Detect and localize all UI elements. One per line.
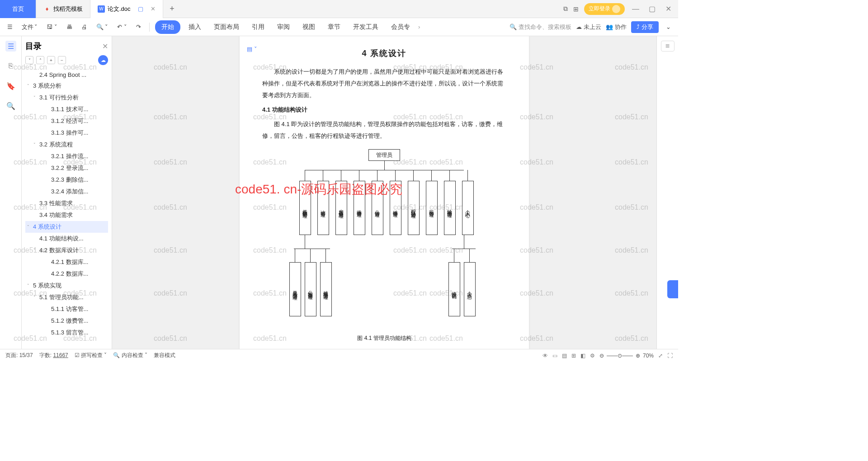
- toc-item[interactable]: ˅3 系统分析: [25, 80, 108, 92]
- new-tab-button[interactable]: +: [163, 4, 181, 14]
- page-options-icon[interactable]: ▤ ˅: [247, 43, 257, 55]
- sync-icon[interactable]: ☁: [98, 55, 108, 65]
- toc-item[interactable]: ˅4 系统设计: [25, 221, 108, 233]
- menu-member[interactable]: 会员专: [387, 20, 415, 34]
- tab-home[interactable]: 首页: [0, 0, 36, 18]
- diagram-node: 维修管理: [390, 181, 401, 235]
- view-mode-3-icon[interactable]: ⊞: [571, 353, 576, 359]
- share-icon: ⤴: [637, 24, 640, 30]
- diagram-node: 维修类型管理: [320, 262, 332, 316]
- save-button[interactable]: 🖫 ˅: [44, 22, 60, 32]
- zoom-level[interactable]: 70%: [643, 353, 654, 359]
- content-check-toggle[interactable]: 🔍 内容检查 ˅: [113, 352, 147, 359]
- main: ☰ ⎘ 🔖 🔍 目录 ✕ ˅ ˄ + − ☁ 2.4 Spring Boot .…: [0, 36, 678, 349]
- toc-item[interactable]: 4.2.1 数据库...: [25, 256, 108, 268]
- menu-insert[interactable]: 插入: [184, 20, 206, 34]
- remove-button[interactable]: −: [58, 56, 66, 64]
- preview-button[interactable]: 🔍 ˅: [94, 22, 111, 32]
- toc-item[interactable]: 3.2.3 删除信...: [25, 174, 108, 186]
- right-pane-toggle[interactable]: ≡: [661, 41, 675, 52]
- close-icon[interactable]: ✕: [151, 5, 156, 12]
- menu-review[interactable]: 审阅: [273, 20, 294, 34]
- toc-item[interactable]: 5.1.1 访客管...: [25, 303, 108, 315]
- float-side-button[interactable]: [667, 280, 678, 298]
- menu-references[interactable]: 引用: [247, 20, 269, 34]
- toc-item[interactable]: 5.1.2 缴费管...: [25, 315, 108, 327]
- read-mode-icon[interactable]: 👁: [542, 353, 548, 359]
- close-window-button[interactable]: ✕: [663, 5, 674, 13]
- menu-layout[interactable]: 页面布局: [209, 20, 244, 34]
- collapse-all-button[interactable]: ˅: [25, 56, 33, 64]
- toc-item[interactable]: 4.2.2 数据库...: [25, 268, 108, 280]
- toc-item[interactable]: 3.2.1 操作流...: [25, 151, 108, 162]
- view-mode-2-icon[interactable]: ▤: [562, 353, 567, 359]
- tab-label: 论文.doc: [108, 5, 131, 13]
- chevron-right-icon[interactable]: ›: [418, 24, 420, 30]
- cloud-status[interactable]: ☁ 未上云: [576, 23, 601, 31]
- add-button[interactable]: +: [47, 56, 55, 64]
- apps-icon[interactable]: ⊞: [573, 5, 579, 13]
- toc-item[interactable]: ˅3.2 系统流程: [25, 139, 108, 151]
- expand-all-button[interactable]: ˄: [36, 56, 44, 64]
- outline-title: 目录: [25, 41, 42, 52]
- menu-start[interactable]: 开始: [155, 20, 180, 34]
- toc-item[interactable]: ˅5 系统实现: [25, 280, 108, 292]
- menu-sections[interactable]: 章节: [323, 20, 345, 34]
- share-button[interactable]: ⤴ 分享: [631, 21, 659, 33]
- toc-item[interactable]: 3.2.4 添加信...: [25, 186, 108, 198]
- toc-item[interactable]: ˅3.1 可行性分析: [25, 92, 108, 103]
- menu-view[interactable]: 视图: [298, 20, 320, 34]
- toc-item[interactable]: 4.1 功能结构设...: [25, 233, 108, 245]
- page-indicator[interactable]: 页面: 15/37: [5, 352, 33, 359]
- print-preview-button[interactable]: 🖶: [64, 22, 75, 32]
- outline-icon[interactable]: ☰: [5, 41, 16, 52]
- toc-item[interactable]: 3.2.2 登录流...: [25, 162, 108, 174]
- toc-item[interactable]: 3.1.1 技术可...: [25, 103, 108, 115]
- tab-templates[interactable]: ♦ 找稻壳模板: [36, 0, 90, 18]
- toc-item[interactable]: 3.3 性能需求: [25, 198, 108, 209]
- cast-icon[interactable]: ▢: [138, 5, 143, 12]
- print-button[interactable]: 🖨: [79, 22, 90, 32]
- diagram-node: 房客信息管理: [335, 181, 347, 235]
- figure-caption: 图 4.1 管理员功能结构: [262, 333, 506, 343]
- collab-button[interactable]: 👥 协作: [606, 23, 627, 31]
- menu-developer[interactable]: 开发工具: [349, 20, 383, 34]
- login-button[interactable]: 立即登录: [584, 3, 625, 15]
- toc-item[interactable]: ˅4.2 数据库设计: [25, 245, 108, 256]
- redo-button[interactable]: ↷: [133, 22, 144, 32]
- file-menu[interactable]: 文件 ˅: [19, 21, 40, 33]
- fit-icon[interactable]: ⤢: [658, 353, 663, 359]
- spellcheck-toggle[interactable]: ☑ 拼写检查 ˅: [75, 352, 107, 359]
- toc-item[interactable]: 2.4 Spring Boot ...: [25, 70, 108, 80]
- fullscreen-icon[interactable]: ⛶: [667, 353, 673, 359]
- outline-close-button[interactable]: ✕: [102, 42, 108, 51]
- zoom-control[interactable]: ⊖ ——⊙—— ⊕ 70%: [599, 353, 654, 359]
- maximize-button[interactable]: ▢: [646, 5, 657, 13]
- zoom-out-button[interactable]: ⊖: [599, 353, 604, 359]
- toc-item[interactable]: ˅5.1 管理员功能...: [25, 292, 108, 303]
- outline-panel: 目录 ✕ ˅ ˄ + − ☁ 2.4 Spring Boot ...˅3 系统分…: [22, 36, 112, 349]
- layout-icon[interactable]: ⧉: [563, 5, 568, 13]
- toc-item[interactable]: 3.1.3 操作可...: [25, 127, 108, 139]
- minimize-button[interactable]: —: [630, 5, 641, 13]
- find-icon[interactable]: 🔍: [5, 100, 16, 111]
- document-area[interactable]: ▤ ˅ 4 系统设计 系统的设计一切都是为了用户的使用，虽然用户使用过程中可能只…: [112, 36, 656, 349]
- view-mode-4-icon[interactable]: ◧: [580, 353, 585, 359]
- view-mode-1-icon[interactable]: ▭: [552, 353, 557, 359]
- fire-icon: ♦: [43, 5, 51, 13]
- undo-button[interactable]: ↶ ˅: [114, 22, 130, 32]
- toc-item[interactable]: 5.1.3 留言管...: [25, 327, 108, 339]
- diagram-node: 个人中心: [462, 181, 474, 235]
- toc-item[interactable]: 3.4 功能需求: [25, 209, 108, 221]
- zoom-in-button[interactable]: ⊕: [636, 353, 640, 359]
- search-box[interactable]: 🔍 查找命令、搜索模板: [509, 23, 571, 31]
- collapse-ribbon-button[interactable]: ⌄: [663, 22, 674, 32]
- bookmark-icon[interactable]: 🔖: [5, 80, 16, 91]
- tab-document[interactable]: W 论文.doc ▢ ✕: [90, 0, 163, 18]
- word-count[interactable]: 字数: 11667: [39, 352, 68, 359]
- settings-icon[interactable]: ⚙: [590, 353, 595, 359]
- compat-mode[interactable]: 兼容模式: [154, 352, 175, 359]
- nav-icon[interactable]: ⎘: [5, 61, 16, 71]
- toc-item[interactable]: 3.1.2 经济可...: [25, 115, 108, 127]
- menu-button[interactable]: ☰: [5, 22, 15, 32]
